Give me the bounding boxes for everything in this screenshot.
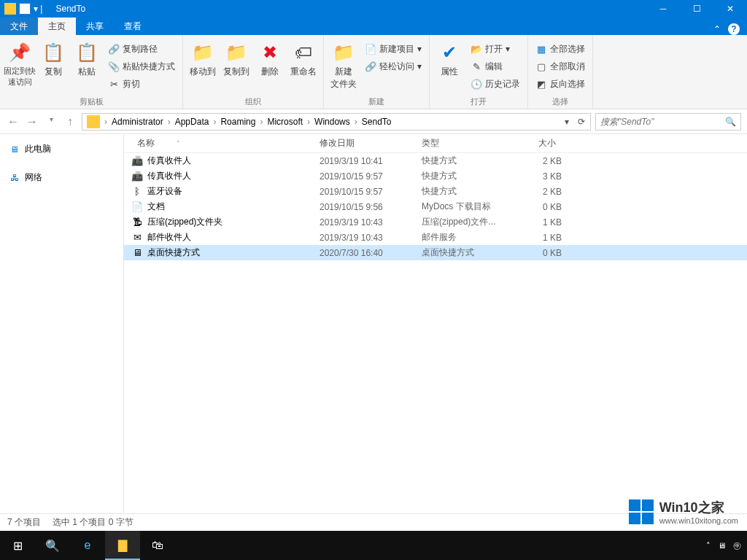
file-date: 2019/3/19 10:41 <box>320 156 422 166</box>
search-box[interactable]: 🔍 <box>595 113 741 131</box>
search-icon[interactable]: 🔍 <box>725 117 736 127</box>
file-row[interactable]: 📄文档2019/10/15 9:56MyDocs 下载目标0 KB <box>124 199 747 214</box>
back-button[interactable]: ← <box>6 115 20 128</box>
select-none-button[interactable]: ▢全部取消 <box>533 58 588 74</box>
refresh-icon[interactable]: ⟳ <box>574 117 589 127</box>
app-icon <box>19 3 31 15</box>
file-list: 名称˄ 修改日期 类型 大小 📠传真收件人2019/3/19 10:41快捷方式… <box>124 134 747 542</box>
file-icon: 🖥 <box>131 247 143 259</box>
select-all-button[interactable]: ▦全部选择 <box>533 41 588 57</box>
move-to-button[interactable]: 📁移动到 <box>187 39 218 79</box>
invert-icon: ◩ <box>535 78 547 90</box>
nav-label: 此电脑 <box>25 143 51 155</box>
easy-access-button[interactable]: 🔗轻松访问 ▾ <box>362 58 425 74</box>
breadcrumb-item[interactable]: SendTo <box>359 117 395 127</box>
delete-button[interactable]: ✖删除 <box>255 39 285 79</box>
collapse-ribbon-icon[interactable]: ⌃ <box>713 24 721 34</box>
col-date[interactable]: 修改日期 <box>314 137 416 149</box>
nav-network[interactable]: 🖧 网络 <box>0 168 123 187</box>
col-name[interactable]: 名称˄ <box>124 137 314 149</box>
edit-button[interactable]: ✎编辑 <box>468 58 523 74</box>
watermark-brand: Win10之家 <box>659 499 738 516</box>
copy-button[interactable]: 📋复制 <box>38 39 69 79</box>
tab-home[interactable]: 主页 <box>38 18 76 35</box>
ribbon-group-new: 📁新建 文件夹 📄新建项目 ▾ 🔗轻松访问 ▾ 新建 <box>324 35 430 109</box>
tray-ime-icon[interactable]: ㊥ <box>733 540 741 551</box>
explorer-button[interactable]: ▇ <box>105 531 140 560</box>
group-label-open: 打开 <box>434 95 523 109</box>
quick-access-toolbar: ▾ | <box>0 3 47 15</box>
file-icon: 📄 <box>131 201 143 213</box>
file-row[interactable]: 📠传真收件人2019/10/15 9:57快捷方式3 KB <box>124 168 747 184</box>
new-item-button[interactable]: 📄新建项目 ▾ <box>362 41 425 57</box>
properties-icon: ✔ <box>438 41 461 64</box>
maximize-button[interactable]: ☐ <box>680 0 713 18</box>
open-icon: 📂 <box>471 43 482 55</box>
paste-button[interactable]: 📋粘贴 <box>71 39 102 79</box>
invert-selection-button[interactable]: ◩反向选择 <box>533 76 588 92</box>
system-tray[interactable]: ˄ 🖥 ㊥ <box>706 540 747 551</box>
file-size: 0 KB <box>509 202 562 212</box>
store-button[interactable]: 🛍 <box>140 531 175 560</box>
recent-dropdown[interactable]: ▾ <box>44 115 58 128</box>
breadcrumb-item[interactable]: AppData <box>172 117 212 127</box>
search-button[interactable]: 🔍 <box>35 531 70 560</box>
file-row[interactable]: 🖥桌面快捷方式2020/7/30 16:40桌面快捷方式0 KB <box>124 245 747 260</box>
file-name: 传真收件人 <box>147 170 320 182</box>
nav-this-pc[interactable]: 🖥 此电脑 <box>0 140 123 158</box>
tab-file[interactable]: 文件 <box>0 18 38 35</box>
cut-button[interactable]: ✂剪切 <box>105 76 178 92</box>
taskbar: ⊞ 🔍 e ▇ 🛍 ˄ 🖥 ㊥ <box>0 531 747 560</box>
breadcrumb-item[interactable]: Microsoft <box>264 117 306 127</box>
breadcrumb-item[interactable]: Administrator <box>109 117 166 127</box>
selectnone-icon: ▢ <box>535 61 547 72</box>
window-controls: ─ ☐ ✕ <box>646 0 747 18</box>
start-button[interactable]: ⊞ <box>0 531 35 560</box>
forward-button[interactable]: → <box>25 115 39 128</box>
pin-button[interactable]: 📌固定到快 速访问 <box>4 39 35 89</box>
file-date: 2019/3/19 10:43 <box>320 217 422 228</box>
file-date: 2019/10/15 9:57 <box>320 171 422 182</box>
copy-path-button[interactable]: 🔗复制路径 <box>105 41 178 57</box>
moveto-icon: 📁 <box>191 41 214 64</box>
history-button[interactable]: 🕓历史记录 <box>468 76 523 92</box>
col-type[interactable]: 类型 <box>416 137 503 149</box>
close-button[interactable]: ✕ <box>713 0 747 18</box>
cut-icon: ✂ <box>108 78 120 90</box>
file-row[interactable]: 📠传真收件人2019/3/19 10:41快捷方式2 KB <box>124 153 747 168</box>
breadcrumb[interactable]: › Administrator› AppData› Roaming› Micro… <box>82 113 591 131</box>
file-row[interactable]: 🗜压缩(zipped)文件夹2019/3/19 10:43压缩(zipped)文… <box>124 214 747 230</box>
file-row[interactable]: ᛒ蓝牙设备2019/10/15 9:57快捷方式2 KB <box>124 184 747 199</box>
properties-button[interactable]: ✔属性 <box>434 39 465 79</box>
tray-chevron-icon[interactable]: ˄ <box>706 541 711 551</box>
file-name: 邮件收件人 <box>147 231 320 244</box>
rename-button[interactable]: 🏷重命名 <box>288 39 319 79</box>
minimize-button[interactable]: ─ <box>646 0 680 18</box>
tab-share[interactable]: 共享 <box>76 18 114 35</box>
open-button[interactable]: 📂打开 ▾ <box>468 41 523 57</box>
paste-shortcut-button[interactable]: 📎粘贴快捷方式 <box>105 58 178 74</box>
search-input[interactable] <box>600 117 725 127</box>
new-folder-button[interactable]: 📁新建 文件夹 <box>328 39 359 92</box>
qat-dropdown-icon[interactable]: ▾ | <box>34 4 42 14</box>
file-icon: 🗜 <box>131 217 143 228</box>
breadcrumb-item[interactable]: Windows <box>311 117 353 127</box>
network-icon: 🖧 <box>9 172 20 184</box>
file-type: 快捷方式 <box>422 185 509 198</box>
tray-network-icon[interactable]: 🖥 <box>718 541 726 550</box>
edge-button[interactable]: e <box>70 531 105 560</box>
chevron-right-icon[interactable]: › <box>103 117 109 127</box>
file-row[interactable]: ✉邮件收件人2019/3/19 10:43邮件服务1 KB <box>124 230 747 245</box>
help-icon[interactable]: ? <box>728 23 740 35</box>
file-date: 2019/10/15 9:56 <box>320 202 422 212</box>
pc-icon: 🖥 <box>9 144 20 155</box>
up-button[interactable]: ↑ <box>63 115 77 128</box>
file-type: 快捷方式 <box>422 170 509 182</box>
col-size[interactable]: 大小 <box>503 137 562 149</box>
copy-to-button[interactable]: 📁复制到 <box>221 39 252 79</box>
address-bar: ← → ▾ ↑ › Administrator› AppData› Roamin… <box>0 109 747 134</box>
breadcrumb-item[interactable]: Roaming <box>217 117 258 127</box>
file-size: 2 KB <box>509 187 562 197</box>
tab-view[interactable]: 查看 <box>114 18 152 35</box>
address-dropdown-icon[interactable]: ▾ <box>560 117 574 127</box>
